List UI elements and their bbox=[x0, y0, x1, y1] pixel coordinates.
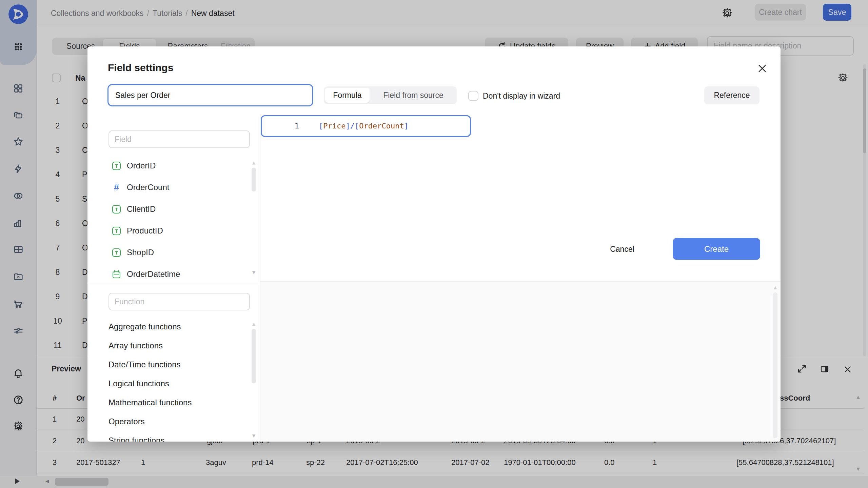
text-type-icon: T bbox=[112, 248, 121, 257]
function-docs-panel bbox=[260, 282, 781, 442]
mode-tab-label: Formula bbox=[325, 88, 370, 103]
token: ] bbox=[346, 122, 350, 130]
mode-tab-label: Field from source bbox=[371, 86, 456, 104]
token: Price bbox=[323, 122, 346, 130]
function-search-input[interactable] bbox=[108, 293, 250, 310]
field-list-item[interactable]: T OrderID bbox=[112, 161, 156, 170]
mode-tab-formula[interactable]: Formula bbox=[325, 88, 370, 103]
field-list-item[interactable]: # OrderCount bbox=[112, 183, 169, 192]
function-category[interactable]: Date/Time functions bbox=[108, 360, 181, 369]
date-type-icon bbox=[112, 270, 121, 279]
function-category[interactable]: Mathematical functions bbox=[108, 398, 192, 407]
text-type-icon: T bbox=[112, 162, 121, 170]
field-item-label: ClientID bbox=[127, 204, 156, 214]
line-number: 1 bbox=[275, 116, 299, 136]
token: [ bbox=[319, 122, 323, 130]
mode-tab-field-from-source[interactable]: Field from source bbox=[371, 86, 456, 104]
token: OrderCount bbox=[359, 122, 404, 130]
field-list-item[interactable]: T ProductID bbox=[112, 226, 163, 236]
function-category[interactable]: Logical functions bbox=[108, 379, 169, 388]
cancel-button[interactable]: Cancel bbox=[600, 240, 644, 258]
wizard-checkbox[interactable] bbox=[468, 91, 478, 101]
field-item-label: OrderDatetime bbox=[127, 269, 180, 279]
modal-title: Field settings bbox=[108, 62, 173, 74]
scroll-up-icon[interactable]: ▲ bbox=[774, 285, 777, 290]
scroll-up-icon[interactable]: ▲ bbox=[252, 322, 255, 326]
field-settings-modal: Field settings Formula Field from source… bbox=[87, 46, 781, 442]
modal-field-search-input[interactable] bbox=[108, 130, 250, 148]
field-name-input[interactable] bbox=[107, 84, 313, 106]
token: ] bbox=[404, 122, 409, 130]
app-screen: Collections and workbooks / Tutorials / … bbox=[0, 0, 868, 488]
panel-divider bbox=[87, 284, 260, 284]
number-type-icon: # bbox=[112, 183, 121, 192]
function-category[interactable]: Operators bbox=[108, 417, 145, 426]
scroll-down-icon[interactable]: ▼ bbox=[252, 270, 255, 275]
scroll-up-icon[interactable]: ▲ bbox=[252, 160, 255, 165]
field-list-item[interactable]: T ClientID bbox=[112, 204, 156, 214]
token: / bbox=[350, 122, 355, 130]
token: [ bbox=[355, 122, 359, 130]
field-item-label: ProductID bbox=[127, 226, 163, 236]
function-list-scrollbar-thumb[interactable] bbox=[252, 329, 256, 383]
field-item-label: OrderCount bbox=[127, 183, 169, 192]
docs-scrollbar-thumb[interactable] bbox=[773, 292, 777, 438]
mode-segmented-control: Formula Field from source bbox=[324, 86, 457, 104]
function-category[interactable]: Aggregate functions bbox=[108, 322, 181, 331]
function-category[interactable]: String functions bbox=[108, 436, 164, 442]
wizard-checkbox-label[interactable]: Don't display in wizard bbox=[483, 92, 560, 101]
field-item-label: ShopID bbox=[127, 248, 154, 257]
field-item-label: OrderID bbox=[127, 161, 156, 170]
create-button[interactable]: Create bbox=[673, 238, 760, 260]
function-category[interactable]: Array functions bbox=[108, 341, 163, 350]
close-icon[interactable] bbox=[757, 63, 767, 74]
scroll-down-icon[interactable]: ▼ bbox=[252, 433, 255, 438]
formula-code[interactable]: [Price]/[OrderCount] bbox=[319, 116, 409, 136]
field-list-scrollbar-thumb[interactable] bbox=[252, 168, 256, 191]
reference-button[interactable]: Reference bbox=[704, 86, 760, 104]
field-list-item[interactable]: OrderDatetime bbox=[112, 269, 180, 279]
text-type-icon: T bbox=[112, 227, 121, 235]
field-list-item[interactable]: T ShopID bbox=[112, 248, 154, 257]
text-type-icon: T bbox=[112, 205, 121, 214]
formula-editor-line[interactable]: 1 [Price]/[OrderCount] bbox=[261, 115, 471, 137]
